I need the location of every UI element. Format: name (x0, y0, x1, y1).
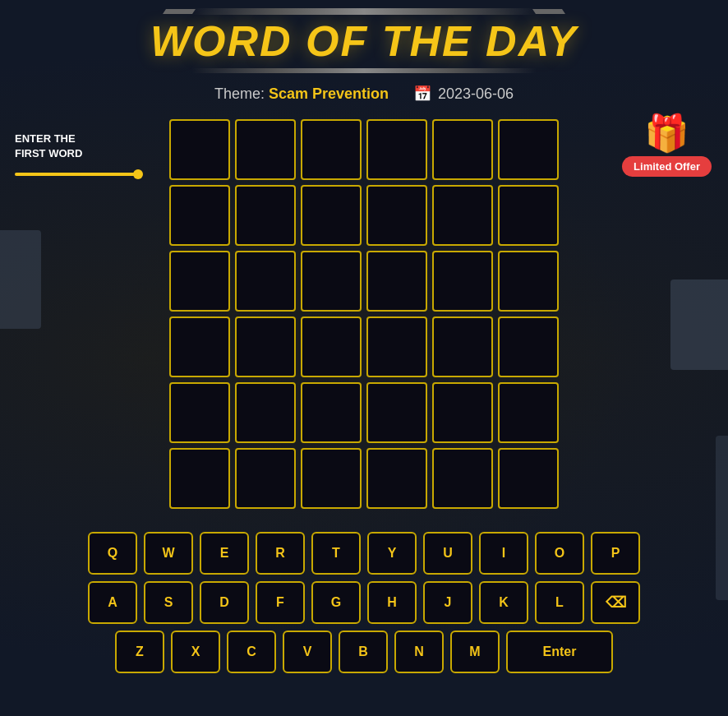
key-F[interactable]: F (256, 581, 305, 624)
grid-cell-3-2 (301, 316, 362, 377)
key-J[interactable]: J (423, 581, 472, 624)
side-panel-right (670, 279, 728, 370)
key-S[interactable]: S (144, 581, 193, 624)
grid-cell-2-4 (432, 251, 493, 312)
key-A[interactable]: A (88, 581, 137, 624)
key-M[interactable]: M (450, 631, 500, 673)
grid-cell-3-0 (169, 316, 230, 377)
key-G[interactable]: G (311, 581, 361, 624)
grid-cell-1-0 (169, 185, 230, 246)
game-grid (169, 119, 559, 509)
grid-cell-5-4 (432, 448, 493, 509)
grid-cell-1-4 (432, 185, 493, 246)
grid-cell-0-3 (366, 119, 427, 180)
grid-cell-4-0 (169, 382, 230, 443)
key-E[interactable]: E (200, 532, 249, 575)
grid-cell-1-3 (366, 185, 427, 246)
grid-cell-5-0 (169, 448, 230, 509)
progress-bar-fill (15, 173, 138, 176)
key-H[interactable]: H (367, 581, 417, 624)
grid-cell-3-5 (498, 316, 559, 377)
grid-cell-5-2 (301, 448, 362, 509)
keyboard: QWERTYUIOPASDFGHJKL⌫ZXCVBNMEnter (88, 532, 640, 673)
grid-cell-1-2 (301, 185, 362, 246)
grid-cell-4-2 (301, 382, 362, 443)
grid-cell-4-3 (366, 382, 427, 443)
grid-cell-5-1 (235, 448, 296, 509)
key-Z[interactable]: Z (115, 631, 164, 673)
grid-cell-4-4 (432, 382, 493, 443)
grid-cell-4-1 (235, 382, 296, 443)
theme-label: Theme: (214, 85, 265, 102)
side-panel-right-bottom (716, 436, 728, 600)
decorative-bar-bottom (191, 68, 537, 73)
grid-cell-0-2 (301, 119, 362, 180)
key-D[interactable]: D (200, 581, 249, 624)
key-T[interactable]: T (311, 532, 361, 575)
key-P[interactable]: P (591, 532, 640, 575)
theme-row: Theme: Scam Prevention 📅 2023-06-06 (214, 85, 514, 103)
date-section: 📅 2023-06-06 (413, 85, 514, 103)
grid-cell-0-0 (169, 119, 230, 180)
limited-offer-container[interactable]: 🎁 Limited Offer (622, 115, 712, 177)
page-wrapper: WORD OF THE DAY Theme: Scam Prevention 📅… (0, 0, 728, 716)
key-V[interactable]: V (283, 631, 332, 673)
key-I[interactable]: I (479, 532, 528, 575)
key-R[interactable]: R (256, 532, 305, 575)
key-U[interactable]: U (423, 532, 472, 575)
key-W[interactable]: W (144, 532, 193, 575)
theme-value: Scam Prevention (269, 85, 389, 102)
instruction: ENTER THE FIRST WORD (15, 132, 82, 161)
grid-cell-2-1 (235, 251, 296, 312)
header: WORD OF THE DAY Theme: Scam Prevention 📅… (0, 0, 728, 103)
grid-cell-5-5 (498, 448, 559, 509)
grid-cell-3-1 (235, 316, 296, 377)
keyboard-row-2: ZXCVBNMEnter (115, 631, 613, 673)
progress-dot (133, 169, 143, 179)
key-K[interactable]: K (479, 581, 528, 624)
grid-cell-2-5 (498, 251, 559, 312)
decorative-bar-top (191, 8, 537, 15)
calendar-icon: 📅 (413, 85, 431, 103)
instruction-line2: FIRST WORD (15, 146, 82, 161)
side-panel-left (0, 230, 41, 329)
grid-cell-2-0 (169, 251, 230, 312)
gift-icon: 🎁 (644, 115, 689, 151)
key-C[interactable]: C (227, 631, 276, 673)
key-Y[interactable]: Y (367, 532, 417, 575)
key-B[interactable]: B (339, 631, 388, 673)
key-O[interactable]: O (535, 532, 584, 575)
grid-cell-2-2 (301, 251, 362, 312)
title-container: WORD OF THE DAY (150, 8, 578, 73)
limited-offer-badge[interactable]: Limited Offer (622, 156, 712, 177)
grid-cell-3-4 (432, 316, 493, 377)
key-L[interactable]: L (535, 581, 584, 624)
grid-cell-2-3 (366, 251, 427, 312)
grid-cell-4-5 (498, 382, 559, 443)
grid-cell-0-4 (432, 119, 493, 180)
key-N[interactable]: N (394, 631, 444, 673)
grid-cell-5-3 (366, 448, 427, 509)
grid-cell-3-3 (366, 316, 427, 377)
instruction-line1: ENTER THE (15, 132, 82, 146)
main-title: WORD OF THE DAY (150, 18, 578, 65)
grid-cell-1-1 (235, 185, 296, 246)
keyboard-row-0: QWERTYUIOP (88, 532, 640, 575)
grid-cell-0-1 (235, 119, 296, 180)
grid-cell-1-5 (498, 185, 559, 246)
key-enter[interactable]: Enter (506, 631, 613, 673)
date-value: 2023-06-06 (438, 85, 514, 103)
key-X[interactable]: X (171, 631, 220, 673)
keyboard-row-1: ASDFGHJKL⌫ (88, 581, 640, 624)
key-Q[interactable]: Q (88, 532, 137, 575)
grid-cell-0-5 (498, 119, 559, 180)
key-backspace[interactable]: ⌫ (591, 581, 640, 624)
progress-bar (15, 173, 138, 176)
